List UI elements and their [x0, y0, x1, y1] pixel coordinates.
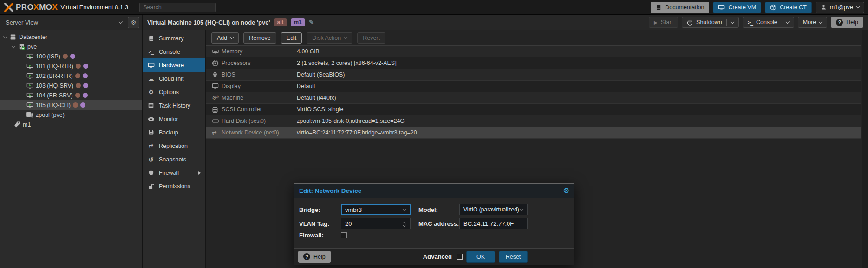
help-button[interactable]: ? Help: [831, 17, 863, 28]
edit-button[interactable]: Edit: [281, 32, 302, 44]
menu-item-backup[interactable]: Backup: [143, 126, 205, 139]
tag-dot-alt: [75, 93, 80, 98]
chevron-down-icon[interactable]: [786, 19, 790, 23]
vm-running-icon: [26, 63, 33, 70]
mac-address-input[interactable]: BC:24:11:72:77:0F: [459, 218, 528, 229]
tree-item-label: m1: [23, 121, 31, 128]
menu-item-firewall[interactable]: Firewall: [143, 166, 205, 179]
disk-action-label: Disk Action: [312, 35, 341, 41]
search-input[interactable]: [139, 3, 216, 12]
tree-item-storage-zpool[interactable]: zpool (pve): [0, 110, 142, 120]
menu-item-cloud-init[interactable]: ☁ Cloud-Init: [143, 72, 205, 85]
power-icon: [687, 19, 693, 26]
create-vm-button[interactable]: Create VM: [713, 2, 761, 13]
table-row-scsi-controller[interactable]: SCSI Controller VirtIO SCSI single: [206, 104, 861, 115]
firewall-checkbox[interactable]: [341, 232, 347, 238]
vm-action-buttons: ▶ Start Shutdown >_ Consol: [649, 17, 863, 28]
button-divider: [726, 19, 727, 26]
remove-button[interactable]: Remove: [243, 32, 276, 44]
console-split-button[interactable]: >_ Console: [743, 17, 794, 28]
menu-item-options[interactable]: ⚙ Options: [143, 85, 205, 99]
disk-action-button[interactable]: Disk Action: [307, 32, 352, 44]
tree-item-vm-105[interactable]: 105 (HQ-CLI): [0, 100, 142, 110]
dialog-title: Edit: Network Device: [299, 187, 361, 194]
menu-item-hardware[interactable]: Hardware: [143, 58, 205, 72]
firewall-label: Firewall:: [299, 232, 341, 239]
network-swap-icon: ⇄: [206, 129, 222, 136]
vlan-tag-label: VLAN Tag:: [299, 220, 341, 227]
menu-item-monitor[interactable]: Monitor: [143, 112, 205, 126]
menu-item-label: Permissions: [159, 183, 190, 190]
play-icon: ▶: [654, 20, 658, 25]
search-container: [139, 3, 216, 12]
expander-chevron-icon[interactable]: [3, 34, 7, 38]
add-button[interactable]: Add: [211, 32, 239, 44]
tag-dot-m1: [70, 54, 75, 59]
menu-item-permissions[interactable]: Permissions: [143, 179, 205, 193]
monitor-icon: [718, 4, 725, 11]
vertical-scrollbar[interactable]: [862, 30, 868, 268]
database-icon: [206, 106, 222, 113]
edit-tags-pencil-icon[interactable]: ✎: [309, 19, 314, 26]
help-label: Help: [846, 19, 858, 26]
tree-item-tag-m1[interactable]: m1: [0, 120, 142, 129]
menu-item-console[interactable]: >_ Console: [143, 45, 205, 58]
shutdown-split-button[interactable]: Shutdown: [682, 17, 739, 28]
tree-item-label: zpool (pve): [36, 112, 65, 118]
submenu-caret-icon: [198, 171, 201, 175]
spinner-buttons[interactable]: [403, 221, 406, 226]
tag-icon: [13, 121, 20, 128]
vm-running-icon: [26, 83, 33, 89]
tree-item-node-pve[interactable]: pve: [0, 42, 142, 51]
view-mode-select[interactable]: Server View: [3, 19, 125, 26]
table-row-display[interactable]: Display Default: [206, 81, 861, 92]
menu-item-task-history[interactable]: Task History: [143, 99, 205, 112]
row-value: 2 (1 sockets, 2 cores) [x86-64-v2-AES]: [297, 60, 397, 66]
tree-item-vm-100[interactable]: 100 (ISP): [0, 51, 142, 61]
close-icon[interactable]: ⊗: [563, 187, 569, 194]
reset-button[interactable]: Reset: [499, 251, 528, 263]
table-row-network-device[interactable]: ⇄ Network Device (net0) virtio=BC:24:11:…: [206, 127, 861, 139]
vm-running-icon: [26, 73, 33, 79]
documentation-button[interactable]: Documentation: [651, 2, 709, 13]
chevron-down-icon[interactable]: [520, 207, 523, 211]
tree-item-vm-104[interactable]: 104 (BR-SRV): [0, 90, 142, 100]
revert-button[interactable]: Revert: [357, 32, 385, 44]
menu-item-summary[interactable]: Summary: [143, 32, 205, 45]
advanced-checkbox[interactable]: [457, 254, 463, 260]
dialog-header[interactable]: Edit: Network Device ⊗: [294, 184, 574, 198]
dialog-help-button[interactable]: ? Help: [298, 251, 331, 263]
chevron-down-icon[interactable]: [403, 207, 406, 211]
model-combobox[interactable]: VirtIO (paravirtualized): [459, 204, 528, 215]
table-row-bios[interactable]: BIOS Default (SeaBIOS): [206, 69, 861, 81]
server-icon: [9, 34, 17, 40]
tree-item-vm-102[interactable]: 102 (BR-RTR): [0, 71, 142, 81]
menu-item-snapshots[interactable]: ↺ Snapshots: [143, 153, 205, 166]
user-label: m1@pve: [830, 4, 853, 11]
tree-settings-button[interactable]: ⚙: [128, 17, 139, 28]
chevron-down-icon[interactable]: [730, 19, 734, 23]
ok-button[interactable]: OK: [466, 251, 495, 263]
create-ct-button[interactable]: Create CT: [765, 2, 812, 13]
start-button[interactable]: ▶ Start: [649, 17, 678, 28]
table-row-hard-disk[interactable]: Hard Disk (scsi0) zpool:vm-105-disk-0,io…: [206, 115, 861, 127]
tree-item-label: 104 (BR-SRV): [36, 92, 73, 99]
table-row-memory[interactable]: Memory 4.00 GiB: [206, 46, 861, 57]
user-menu-button[interactable]: m1@pve: [816, 2, 864, 13]
more-button[interactable]: More: [798, 17, 827, 28]
vm-running-icon: [26, 92, 33, 99]
tree-item-vm-103[interactable]: 103 (HQ-SRV): [0, 81, 142, 90]
vlan-tag-spinner[interactable]: 20: [341, 218, 411, 229]
proxmox-logo: PROXMOX Virtual Environment 8.1.3: [4, 2, 128, 13]
bridge-combobox[interactable]: vmbr3: [341, 204, 411, 215]
tree-item-vm-101[interactable]: 101 (HQ-RTR): [0, 61, 142, 71]
table-row-machine[interactable]: ⚙⚙ Machine Default (i440fx): [206, 92, 861, 104]
resource-tree-panel: Server View ⚙ Datacenter: [0, 15, 143, 268]
table-row-processors[interactable]: Processors 2 (1 sockets, 2 cores) [x86-6…: [206, 57, 861, 69]
expander-chevron-icon[interactable]: [12, 44, 15, 48]
button-divider: [782, 19, 782, 26]
menu-item-replication[interactable]: ⇄ Replication: [143, 139, 205, 153]
tree-item-datacenter[interactable]: Datacenter: [0, 32, 142, 42]
tag-dot-m1: [83, 73, 88, 78]
start-label: Start: [661, 19, 673, 26]
